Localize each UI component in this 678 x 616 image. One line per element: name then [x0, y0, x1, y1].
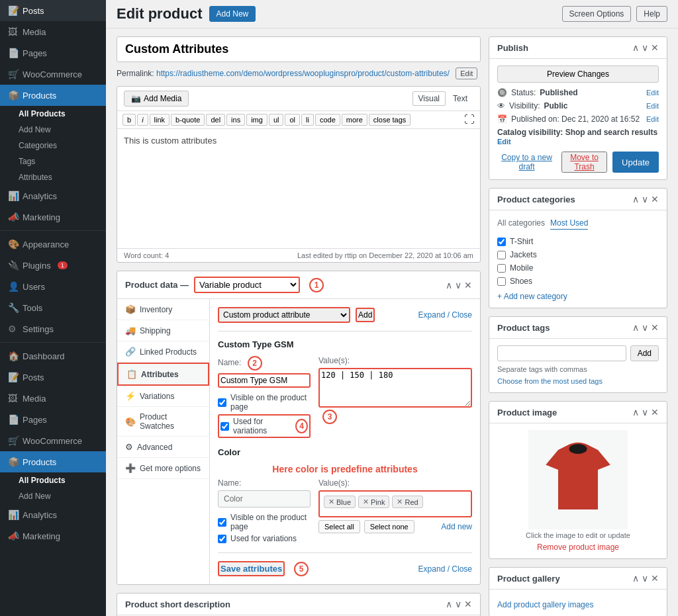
product-data-down[interactable]: ∨ — [455, 280, 461, 290]
attr-color-variations-checkbox[interactable]: Used for variations — [218, 534, 311, 543]
sidebar-item-marketing[interactable]: 📣 Marketing — [0, 206, 106, 228]
remove-product-image-link[interactable]: Remove product image — [537, 543, 619, 552]
attr-gsm-variations-checkbox[interactable]: Used for variations 4 — [218, 414, 311, 438]
pd-tab-more[interactable]: ➕ Get more options — [117, 458, 209, 479]
sidebar-item-settings[interactable]: ⚙ Settings — [0, 318, 106, 339]
sidebar-sub2-all-products[interactable]: All Products — [0, 472, 106, 488]
attr-gsm-name-input[interactable] — [218, 373, 311, 388]
sidebar-item-analytics2[interactable]: 📊 Analytics — [0, 504, 106, 525]
publish-up[interactable]: ∧ — [632, 42, 639, 53]
sidebar-item-media2[interactable]: 🖼 Media — [0, 388, 106, 409]
color-tag-pink-remove[interactable]: ✕ — [363, 498, 369, 506]
product-data-up[interactable]: ∧ — [446, 280, 452, 290]
pd-tab-variations[interactable]: ⚡ Variations — [117, 386, 209, 407]
select-all-button[interactable]: Select all — [318, 520, 360, 533]
pd-tab-shipping[interactable]: 🚚 Shipping — [117, 320, 209, 341]
attr-add-button[interactable]: Add — [356, 308, 375, 322]
copy-draft-button[interactable]: Copy to a new draft — [497, 152, 556, 173]
fmt-del[interactable]: del — [206, 114, 225, 126]
add-new-color-link[interactable]: Add new — [441, 522, 472, 531]
cat-shoes-checkbox[interactable] — [497, 277, 506, 286]
fmt-ins[interactable]: ins — [226, 114, 245, 126]
tag-add-button[interactable]: Add — [630, 345, 659, 361]
sidebar-item-users[interactable]: 👤 Users — [0, 276, 106, 297]
tags-down[interactable]: ∨ — [642, 322, 648, 333]
color-tag-blue-remove[interactable]: ✕ — [328, 498, 334, 506]
sidebar-item-plugins[interactable]: 🔌 Plugins 1 — [0, 255, 106, 276]
fmt-code[interactable]: code — [315, 114, 340, 126]
pd-tab-attributes[interactable]: 📋 Attributes — [117, 363, 209, 386]
pd-tab-inventory[interactable]: 📦 Inventory — [117, 299, 209, 320]
update-button[interactable]: Update — [612, 152, 659, 173]
fmt-close-tags[interactable]: close tags — [369, 114, 411, 126]
save-attributes-button[interactable]: Save attributes — [218, 561, 285, 576]
product-image-close[interactable]: ✕ — [651, 407, 659, 418]
tab-visual[interactable]: Visual — [412, 91, 446, 106]
categories-down[interactable]: ∨ — [642, 194, 648, 204]
cat-tab-all[interactable]: All categories — [497, 217, 545, 230]
sidebar-item-pages[interactable]: 📄 Pages — [0, 42, 106, 64]
fmt-more[interactable]: more — [342, 114, 367, 126]
gallery-up[interactable]: ∧ — [632, 573, 639, 584]
categories-up[interactable]: ∧ — [632, 194, 639, 204]
attr-color-variations-input[interactable] — [218, 535, 226, 543]
product-image-click-area[interactable] — [497, 430, 659, 531]
cat-tshirt-checkbox[interactable] — [497, 238, 506, 246]
pd-tab-linked[interactable]: 🔗 Linked Products — [117, 341, 209, 363]
sidebar-item-products[interactable]: 📦 Products — [0, 85, 106, 106]
cat-mobile-checkbox[interactable] — [497, 264, 506, 273]
attr-gsm-variations-input[interactable] — [220, 422, 229, 431]
sidebar-item-pages2[interactable]: 📄 Pages — [0, 409, 106, 430]
sidebar-item-marketing2[interactable]: 📣 Marketing — [0, 525, 106, 547]
product-data-close[interactable]: ✕ — [464, 280, 472, 290]
permalink-edit-button[interactable]: Edit — [456, 67, 477, 79]
add-category-link[interactable]: + Add new category — [497, 292, 659, 301]
product-type-select[interactable]: Variable product — [194, 277, 300, 293]
save-expand-close[interactable]: Expand / Close — [418, 564, 472, 574]
permalink-url[interactable]: https://radiustheme.com/demo/wordpress/w… — [156, 69, 450, 78]
select-none-button[interactable]: Select none — [364, 520, 414, 533]
status-edit-link[interactable]: Edit — [646, 89, 659, 97]
fmt-italic[interactable]: i — [137, 114, 148, 126]
attr-gsm-visible-input[interactable] — [218, 398, 226, 407]
add-new-button[interactable]: Add New — [209, 6, 256, 22]
help-button[interactable]: Help — [636, 6, 667, 22]
attr-color-visible-input[interactable] — [218, 518, 226, 527]
published-edit-link[interactable]: Edit — [646, 115, 659, 123]
add-gallery-link[interactable]: Add product gallery images — [497, 600, 659, 609]
sidebar-item-posts2[interactable]: 📝 Posts — [0, 367, 106, 388]
tag-choose-link[interactable]: Choose from the most used tags — [497, 377, 603, 385]
attr-gsm-values-input[interactable]: 120 | 150 | 180 — [318, 368, 472, 408]
cat-tab-most-used[interactable]: Most Used — [550, 217, 588, 230]
attr-color-visible-checkbox[interactable]: Visible on the product page — [218, 513, 311, 531]
sidebar-sub-tags[interactable]: Tags — [0, 154, 106, 169]
publish-down[interactable]: ∨ — [642, 42, 648, 53]
short-desc-up[interactable]: ∧ — [446, 599, 452, 609]
fmt-img[interactable]: img — [246, 114, 267, 126]
sidebar-item-posts[interactable]: 📝 Posts — [0, 0, 106, 21]
fullscreen-icon[interactable]: ⛶ — [464, 114, 475, 126]
fmt-bold[interactable]: b — [122, 114, 136, 126]
sidebar-item-woo2[interactable]: 🛒 WooCommerce — [0, 430, 106, 451]
preview-changes-button[interactable]: Preview Changes — [497, 66, 659, 83]
color-tag-red-remove[interactable]: ✕ — [397, 498, 403, 506]
sidebar-item-tools[interactable]: 🔧 Tools — [0, 297, 106, 318]
short-desc-close[interactable]: ✕ — [464, 599, 472, 609]
expand-close-link[interactable]: Expand / Close — [418, 310, 472, 320]
visibility-edit-link[interactable]: Edit — [646, 102, 659, 110]
fmt-link[interactable]: link — [150, 114, 170, 126]
screen-options-button[interactable]: Screen Options — [562, 6, 632, 22]
tab-text[interactable]: Text — [447, 91, 473, 106]
catalog-edit-link[interactable]: Edit — [497, 138, 511, 146]
sidebar-sub-add-new[interactable]: Add New — [0, 122, 106, 138]
sidebar-item-analytics[interactable]: 📊 Analytics — [0, 185, 106, 206]
fmt-li[interactable]: li — [301, 114, 314, 126]
fmt-ol[interactable]: ol — [285, 114, 300, 126]
tag-input[interactable] — [497, 345, 626, 361]
publish-close-btn[interactable]: ✕ — [651, 42, 659, 53]
short-desc-down[interactable]: ∨ — [455, 599, 461, 609]
sidebar-sub-categories[interactable]: Categories — [0, 138, 106, 154]
sidebar-item-appearance[interactable]: 🎨 Appearance — [0, 234, 106, 255]
product-image-down[interactable]: ∨ — [642, 407, 648, 418]
attr-gsm-visible-checkbox[interactable]: Visible on the product page — [218, 393, 311, 412]
